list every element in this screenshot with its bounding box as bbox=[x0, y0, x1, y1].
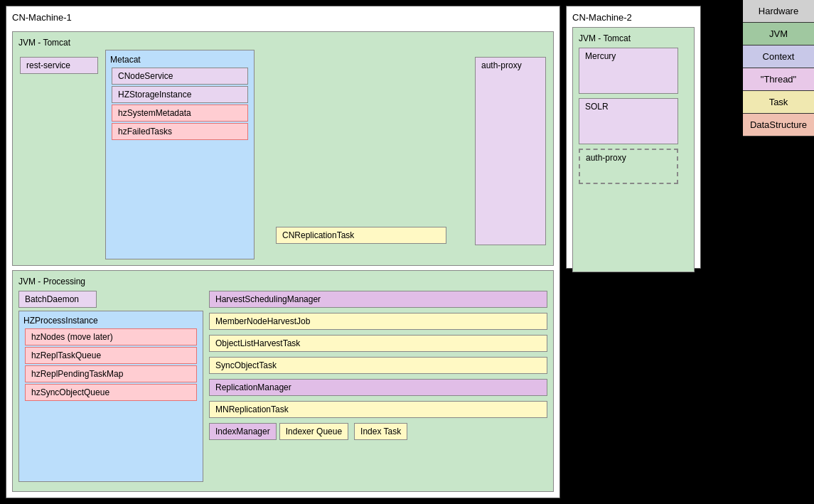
hz-system-metadata: hzSystemMetadata bbox=[112, 104, 248, 122]
cn-machine-1: CN-Machine-1 JVM - Tomcat rest-service M… bbox=[6, 6, 560, 498]
replication-manager: ReplicationManager bbox=[209, 379, 547, 396]
bottom-row: IndexManager Indexer Queue Index Task bbox=[209, 423, 547, 440]
sidebar-item-jvm[interactable]: JVM bbox=[743, 23, 814, 45]
solr-box: SOLR bbox=[579, 98, 678, 144]
jvm-processing-title: JVM - Processing bbox=[18, 277, 547, 286]
rest-service-box: rest-service bbox=[20, 57, 98, 74]
batch-daemon: BatchDaemon bbox=[18, 291, 97, 308]
sidebar-item-thread[interactable]: "Thread" bbox=[743, 68, 814, 91]
cn-machine-2: CN-Machine-2 JVM - Tomcat Mercury SOLR a… bbox=[566, 6, 701, 269]
jvm-tomcat-1: JVM - Tomcat rest-service Metacat CNodeS… bbox=[12, 31, 554, 266]
object-list-harvest-task: ObjectListHarvestTask bbox=[209, 335, 547, 352]
hz-process-box: HZProcessInstance hzNodes (move later) h… bbox=[18, 311, 203, 482]
processing-right: HarvestSchedulingManager MemberNodeHarve… bbox=[209, 291, 547, 482]
cn-replication-task: CNReplicationTask bbox=[276, 227, 446, 244]
sidebar-item-hardware[interactable]: Hardware bbox=[743, 0, 814, 23]
hz-process-title: HZProcessInstance bbox=[23, 316, 198, 326]
sidebar-item-context[interactable]: Context bbox=[743, 45, 814, 68]
cn-machine-1-title: CN-Machine-1 bbox=[12, 12, 554, 23]
mercury-box: Mercury bbox=[579, 48, 678, 94]
hz-sync-object-queue: hzSyncObjectQueue bbox=[25, 384, 197, 401]
member-node-harvest-job: MemberNodeHarvestJob bbox=[209, 313, 547, 330]
auth-proxy-box-1: auth-proxy bbox=[475, 57, 546, 245]
jvm-tomcat-2-title: JVM - Tomcat bbox=[579, 33, 688, 43]
hz-repl-pending-task-map: hzReplPendingTaskMap bbox=[25, 365, 197, 382]
sidebar-item-task[interactable]: Task bbox=[743, 91, 814, 114]
sync-object-task: SyncObjectTask bbox=[209, 357, 547, 374]
cn-machine-2-title: CN-Machine-2 bbox=[572, 12, 695, 23]
hz-nodes: hzNodes (move later) bbox=[25, 328, 197, 345]
index-manager: IndexManager bbox=[209, 423, 277, 440]
jvm-processing: JVM - Processing BatchDaemon HZProcessIn… bbox=[12, 270, 554, 492]
sidebar-item-datastructure[interactable]: DataStructure bbox=[743, 114, 814, 136]
processing-left: BatchDaemon HZProcessInstance hzNodes (m… bbox=[18, 291, 203, 482]
hz-storage-instance: HZStorageInstance bbox=[112, 86, 248, 103]
mn-replication-task: MNReplicationTask bbox=[209, 401, 547, 418]
auth-proxy-dashed: auth-proxy bbox=[579, 149, 678, 184]
hz-repl-task-queue: hzReplTaskQueue bbox=[25, 347, 197, 364]
sidebar: Hardware JVM Context "Thread" Task DataS… bbox=[743, 0, 814, 504]
indexer-queue: Indexer Queue bbox=[279, 423, 348, 440]
harvest-scheduling-manager: HarvestSchedulingManager bbox=[209, 291, 547, 308]
cnode-service: CNodeService bbox=[112, 68, 248, 85]
jvm-tomcat-2: JVM - Tomcat Mercury SOLR auth-proxy bbox=[572, 27, 695, 272]
metacat-title: Metacat bbox=[110, 55, 250, 65]
metacat-box: Metacat CNodeService HZStorageInstance h… bbox=[105, 50, 255, 259]
hz-failed-tasks: hzFailedTasks bbox=[112, 123, 248, 140]
jvm-tomcat-1-title: JVM - Tomcat bbox=[18, 38, 547, 48]
index-task: Index Task bbox=[354, 423, 407, 440]
